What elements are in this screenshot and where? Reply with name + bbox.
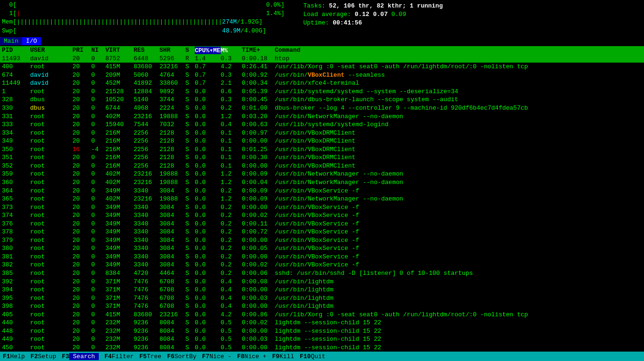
- proc-s: S: [185, 211, 195, 220]
- proc-virt: 209M: [105, 71, 134, 80]
- proc-cpu: 1.4: [195, 55, 221, 63]
- proc-time: 0:00.02: [242, 261, 275, 269]
- process-row[interactable]: 379 root 20 0 349M 3340 3084 S 0.0 0.2 0…: [0, 236, 644, 245]
- proc-res: 23216: [134, 170, 159, 178]
- process-row[interactable]: 380 root 20 0 349M 3340 3084 S 0.0 0.2 0…: [0, 244, 644, 253]
- footer-f3[interactable]: F3Search: [59, 353, 101, 360]
- proc-cmd: lightdm --session-child 15 22: [275, 327, 642, 336]
- proc-cpu: 0.0: [195, 170, 221, 178]
- proc-user: david: [30, 79, 72, 88]
- proc-time: 0:00.00: [242, 236, 275, 245]
- proc-res: 3340: [134, 220, 159, 228]
- process-row[interactable]: 440 root 20 0 232M 9236 8084 S 0.0 0.5 0…: [0, 319, 644, 327]
- proc-pri: 20: [72, 327, 91, 336]
- footer-key: F1: [3, 353, 10, 360]
- proc-cmd: /usr/bin/lightdm: [275, 302, 642, 311]
- process-row[interactable]: 11493 david 20 0 8752 6448 5296 R 1.4 0.…: [0, 55, 644, 63]
- process-row[interactable]: 674 david 20 0 209M 5060 4764 S 0.7 0.3 …: [0, 71, 644, 80]
- process-row[interactable]: 381 root 20 0 349M 3340 3084 S 0.0 0.2 0…: [0, 253, 644, 261]
- header-res[interactable]: RES: [134, 47, 159, 54]
- proc-mem: 1.2: [221, 178, 242, 187]
- process-row[interactable]: 349 root 20 0 216M 2256 2128 S 0.0 0.1 0…: [0, 137, 644, 145]
- process-row[interactable]: 373 root 20 0 349M 3340 3084 S 0.0 0.2 0…: [0, 203, 644, 212]
- proc-ni: 0: [91, 327, 105, 336]
- process-row[interactable]: 374 root 20 0 349M 3340 3084 S 0.0 0.2 0…: [0, 211, 644, 220]
- column-headers: PID USER PRI NI VIRT RES SHR S CPU%▾MEM%…: [0, 46, 644, 55]
- proc-s: S: [185, 344, 195, 352]
- proc-s: S: [185, 302, 195, 311]
- process-row[interactable]: 385 root 20 0 8384 4720 4464 S 0.0 0.2 0…: [0, 269, 644, 278]
- process-row[interactable]: 398 root 20 0 371M 7476 6708 S 0.0 0.4 0…: [0, 302, 644, 311]
- proc-pid: 378: [2, 228, 30, 236]
- process-row[interactable]: 376 root 20 0 349M 3340 3084 S 0.0 0.2 0…: [0, 220, 644, 228]
- header-user[interactable]: USER: [30, 47, 72, 54]
- tab-io[interactable]: I/O: [22, 37, 40, 45]
- footer-f5[interactable]: F5Tree: [136, 353, 164, 360]
- process-row[interactable]: 328 dbus 20 0 10520 5140 3744 S 0.0 0.3 …: [0, 96, 644, 104]
- process-row[interactable]: 405 root 20 0 415M 83680 23216 S 0.0 4.2…: [0, 311, 644, 319]
- process-row[interactable]: 395 root 20 0 371M 7476 6708 S 0.0 0.4 0…: [0, 294, 644, 303]
- proc-user: root: [30, 261, 72, 269]
- process-row[interactable]: 394 root 20 0 371M 7476 6708 S 0.0 0.4 0…: [0, 286, 644, 294]
- footer-f9[interactable]: F9Kill: [269, 353, 297, 360]
- process-row[interactable]: 352 root 20 0 216M 2256 2128 S 0.0 0.1 0…: [0, 162, 644, 170]
- proc-s: S: [185, 203, 195, 212]
- process-row[interactable]: 400 root 20 0 415M 83680 23216 S 0.7 4.2…: [0, 63, 644, 71]
- process-row[interactable]: 360 root 20 0 402M 23216 19888 S 0.0 1.2…: [0, 178, 644, 187]
- process-row[interactable]: 1 root 20 0 21528 12884 9892 S 0.0 0.6 0…: [0, 88, 644, 96]
- proc-s: S: [185, 236, 195, 245]
- header-pid[interactable]: PID: [2, 47, 30, 54]
- proc-time: 0:00.00: [242, 344, 275, 352]
- proc-res: 9236: [134, 344, 159, 352]
- proc-cpu: 0.0: [195, 211, 221, 220]
- process-row[interactable]: 334 root 20 0 216M 2256 2128 S 0.0 0.1 0…: [0, 129, 644, 137]
- process-row[interactable]: 364 root 20 0 349M 3340 3084 S 0.0 0.2 0…: [0, 187, 644, 195]
- proc-user: root: [30, 178, 72, 187]
- proc-user: root: [30, 203, 72, 212]
- proc-cmd: /usr/bin/VBoxService -f: [275, 261, 642, 269]
- proc-shr: 2224: [159, 104, 185, 112]
- process-row[interactable]: 392 root 20 0 371M 7476 6708 S 0.0 0.4 0…: [0, 278, 644, 286]
- process-row[interactable]: 359 root 20 0 402M 23216 19888 S 0.0 1.2…: [0, 170, 644, 178]
- process-row[interactable]: 331 root 20 0 402M 23216 19888 S 0.0 1.2…: [0, 112, 644, 121]
- process-row[interactable]: 450 root 20 0 232M 9236 8084 S 0.0 0.5 0…: [0, 344, 644, 352]
- process-row[interactable]: 382 root 20 0 349M 3340 3084 S 0.0 0.2 0…: [0, 261, 644, 269]
- process-row[interactable]: 448 root 20 0 232M 9236 8084 S 0.0 0.5 0…: [0, 327, 644, 336]
- process-row[interactable]: 449 root 20 0 232M 9236 8084 S 0.0 0.5 0…: [0, 335, 644, 344]
- header-mem[interactable]: [221, 47, 242, 54]
- header-cpu[interactable]: CPU%▾MEM%: [195, 47, 221, 54]
- footer-f8[interactable]: F8Nice +: [234, 353, 269, 360]
- proc-s: S: [185, 170, 195, 178]
- header-shr[interactable]: SHR: [159, 47, 185, 54]
- proc-pri: 20: [72, 153, 91, 162]
- footer-f2[interactable]: F2Setup: [28, 353, 59, 360]
- process-row[interactable]: 351 root 20 0 216M 2256 2128 S 0.0 0.1 0…: [0, 153, 644, 162]
- footer-label: Filter: [111, 353, 134, 360]
- footer-f4[interactable]: F4Filter: [102, 353, 136, 360]
- process-row[interactable]: 333 root 20 0 15940 7544 7032 S 0.0 0.4 …: [0, 120, 644, 129]
- process-row[interactable]: 330 dbus 20 0 6744 4968 2224 S 0.0 0.2 0…: [0, 104, 644, 112]
- header-ni[interactable]: NI: [91, 47, 105, 54]
- proc-user: david: [30, 55, 72, 63]
- footer-f10[interactable]: F10Quit: [297, 353, 328, 360]
- header-cmd[interactable]: Command: [275, 47, 642, 54]
- tab-main[interactable]: Main: [0, 37, 22, 45]
- footer-f7[interactable]: F7Nice -: [199, 353, 234, 360]
- process-row[interactable]: 378 root 20 0 349M 3340 3084 S 0.0 0.2 0…: [0, 228, 644, 236]
- process-row[interactable]: 11449 david 20 0 452M 41892 33860 S 0.7 …: [0, 79, 644, 88]
- process-row[interactable]: 350 root 16 -4 216M 2256 2128 S 0.0 0.1 …: [0, 145, 644, 154]
- proc-pri: 20: [72, 129, 91, 137]
- header-pri[interactable]: PRI: [72, 47, 91, 54]
- proc-virt: 371M: [105, 302, 134, 311]
- header-s[interactable]: S: [185, 47, 195, 54]
- proc-user: david: [30, 71, 72, 80]
- proc-time: 0:00.30: [242, 153, 275, 162]
- swp-meter: Swp[ 48.9M/4.00G]: [2, 27, 285, 35]
- proc-mem: 0.1: [221, 162, 242, 170]
- header-time[interactable]: TIME+: [242, 47, 275, 54]
- process-row[interactable]: 365 root 20 0 402M 23216 19888 S 0.0 1.2…: [0, 195, 644, 203]
- header-virt[interactable]: VIRT: [105, 47, 134, 54]
- footer-f1[interactable]: F1Help: [0, 353, 28, 360]
- footer-f6[interactable]: F6SortBy: [164, 353, 199, 360]
- proc-mem: 0.2: [221, 244, 242, 253]
